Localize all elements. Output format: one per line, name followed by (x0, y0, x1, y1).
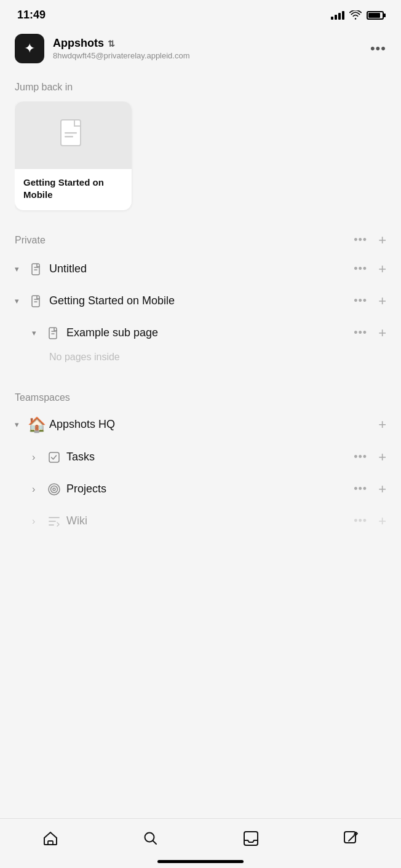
item-more-button[interactable]: ••• (354, 294, 367, 307)
nav-item-label: Projects (66, 483, 354, 495)
private-section-title: Private (15, 235, 46, 246)
nav-item-projects[interactable]: › Projects ••• + (0, 473, 401, 505)
workspace-chevron-icon: ⇅ (108, 39, 115, 49)
chevron-down-icon: ▾ (15, 420, 28, 429)
nav-item-actions: ••• + (354, 261, 386, 277)
jump-back-in-label: Jump back in (15, 82, 386, 93)
status-time: 11:49 (17, 9, 46, 22)
private-add-button[interactable]: + (378, 232, 386, 248)
item-add-button[interactable]: + (378, 261, 386, 277)
bottom-nav-home[interactable] (30, 827, 71, 850)
nav-item-label: Wiki (66, 515, 354, 527)
nav-item-untitled[interactable]: ▾ Untitled ••• + (0, 253, 401, 285)
nav-item-getting-started[interactable]: ▾ Getting Started on Mobile ••• + (0, 285, 401, 317)
svg-rect-2 (65, 136, 73, 138)
recent-card[interactable]: Getting Started on Mobile (15, 101, 132, 210)
more-options-button[interactable]: ••• (370, 41, 386, 57)
inbox-nav-icon (242, 830, 260, 847)
battery-icon (367, 11, 384, 20)
nav-item-label: Tasks (66, 451, 354, 464)
nav-item-label: Appshots HQ (49, 418, 378, 431)
target-icon (46, 483, 63, 496)
page-icon (28, 295, 46, 307)
nav-item-actions: + (378, 417, 386, 433)
nav-item-actions: ••• + (354, 325, 386, 341)
bottom-nav-compose[interactable] (330, 827, 372, 850)
compose-nav-icon (343, 830, 360, 847)
header-title[interactable]: Appshots ⇅ (53, 37, 370, 50)
item-more-button[interactable]: ••• (354, 515, 367, 527)
nav-item-label: Untitled (49, 262, 354, 275)
svg-point-8 (51, 486, 58, 492)
house-icon: 🏠 (28, 416, 46, 433)
nav-item-wiki[interactable]: › Wiki ••• + (0, 505, 401, 537)
private-more-button[interactable]: ••• (354, 234, 367, 247)
svg-rect-1 (65, 132, 77, 134)
svg-rect-6 (49, 452, 59, 462)
svg-point-9 (53, 488, 55, 491)
nav-item-actions: ••• + (354, 513, 386, 529)
page-icon (28, 263, 46, 275)
status-bar: 11:49 (0, 0, 401, 26)
chevron-right-icon: › (32, 516, 46, 527)
recent-cards-row: Getting Started on Mobile (15, 101, 386, 213)
nav-item-actions: ••• + (354, 449, 386, 465)
svg-rect-13 (344, 832, 355, 843)
svg-rect-5 (49, 328, 57, 339)
header: ✦ Appshots ⇅ 8hwdqwft45@privaterelay.app… (0, 26, 401, 71)
card-title: Getting Started on Mobile (23, 176, 123, 202)
teamspaces-section: Teamspaces ▾ 🏠 Appshots HQ + › Tasks •••… (0, 387, 401, 537)
home-indicator (157, 860, 244, 863)
private-section: Private ••• + ▾ Untitled ••• + ▾ Getting… (0, 227, 401, 373)
item-more-button[interactable]: ••• (354, 483, 367, 495)
chevron-down-icon: ▾ (15, 264, 28, 274)
app-logo: ✦ (15, 34, 44, 63)
status-icons (331, 10, 384, 20)
svg-rect-3 (32, 264, 39, 275)
chevron-right-icon: › (32, 484, 46, 495)
no-pages-label: No pages inside (0, 349, 401, 373)
chevron-down-icon: ▾ (32, 328, 46, 337)
jump-back-in-section: Jump back in Getting Started on Mobile (0, 82, 401, 213)
nav-item-appshots-hq[interactable]: ▾ 🏠 Appshots HQ + (0, 408, 401, 441)
nav-item-actions: ••• + (354, 481, 386, 497)
checkbox-icon (46, 451, 63, 464)
item-add-button[interactable]: + (378, 481, 386, 497)
header-info: Appshots ⇅ 8hwdqwft45@privaterelay.apple… (53, 37, 370, 60)
header-email: 8hwdqwft45@privaterelay.appleid.com (53, 51, 370, 60)
card-preview (15, 101, 132, 169)
signal-icon (331, 11, 344, 20)
svg-point-11 (145, 833, 154, 842)
nav-item-actions: ••• + (354, 293, 386, 309)
item-add-button[interactable]: + (378, 417, 386, 433)
home-nav-icon (42, 830, 59, 847)
nav-item-label: Getting Started on Mobile (49, 294, 354, 307)
item-add-button[interactable]: + (378, 325, 386, 341)
document-preview-icon (60, 119, 87, 152)
card-body: Getting Started on Mobile (15, 169, 132, 210)
nav-item-example-sub[interactable]: ▾ Example sub page ••• + (0, 317, 401, 349)
chevron-down-icon: ▾ (15, 296, 28, 306)
item-more-button[interactable]: ••• (354, 326, 367, 339)
bottom-nav-inbox[interactable] (230, 827, 272, 850)
svg-point-7 (49, 484, 60, 495)
nav-item-tasks[interactable]: › Tasks ••• + (0, 441, 401, 473)
teamspaces-section-header: Teamspaces (0, 387, 401, 408)
svg-rect-4 (32, 296, 39, 307)
item-add-button[interactable]: + (378, 293, 386, 309)
wiki-icon (46, 515, 63, 528)
wifi-icon (349, 10, 362, 20)
item-more-button[interactable]: ••• (354, 262, 367, 275)
item-add-button[interactable]: + (378, 449, 386, 465)
search-nav-icon (142, 830, 159, 847)
teamspaces-section-title: Teamspaces (15, 392, 70, 403)
item-add-button[interactable]: + (378, 513, 386, 529)
private-section-header: Private ••• + (0, 227, 401, 253)
item-more-button[interactable]: ••• (354, 451, 367, 464)
nav-item-label: Example sub page (66, 326, 354, 339)
svg-rect-12 (244, 832, 258, 845)
private-section-actions: ••• + (354, 232, 386, 248)
chevron-right-icon: › (32, 452, 46, 463)
bottom-nav-search[interactable] (130, 827, 172, 850)
page-icon (46, 327, 63, 339)
